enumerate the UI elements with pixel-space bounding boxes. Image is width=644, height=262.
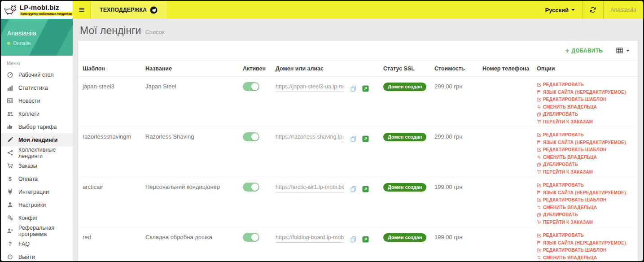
support-label: ТЕХПОДДЕРЖКА [100, 7, 147, 13]
option-link[interactable]: ДУБЛИРОВАТЬ [537, 162, 638, 167]
table-row: japan-steel3Japan SteelДомен создан299.0… [78, 77, 638, 127]
open-site-icon [362, 236, 369, 243]
hamburger-icon [78, 6, 85, 13]
user-menu-button[interactable]: Anastasiia [604, 1, 643, 19]
domain-input[interactable] [276, 83, 344, 92]
option-link[interactable]: РЕДАКТИРОВАТЬ ШАБЛОН [537, 248, 638, 253]
flag-icon [537, 140, 541, 144]
sidebar-item[interactable]: ?FAQ [1, 237, 73, 250]
exchange-icon [537, 155, 541, 159]
edit-icon [537, 198, 541, 202]
toggle-knob [251, 133, 258, 140]
option-link[interactable]: ЯЗЫК САЙТА (НЕРЕДАКТИРУЕМОЕ) [537, 240, 638, 245]
refresh-button[interactable] [583, 1, 603, 19]
logo[interactable]: LP-mobi.biz Конструктор мобильных лендин… [1, 1, 73, 19]
sidebar-item[interactable]: Конфиг [1, 211, 73, 224]
exchange-icon [537, 105, 541, 109]
support-button[interactable]: ТЕХПОДДЕРЖКА [91, 1, 166, 19]
options-list: РЕДАКТИРОВАТЬЯЗЫК САЙТА (НЕРЕДАКТИРУЕМОЕ… [532, 132, 638, 177]
option-link[interactable]: РЕДАКТИРОВАТЬ [537, 233, 638, 238]
sidebar-item[interactable]: Реферальная программа [1, 224, 73, 237]
edit-icon [537, 183, 541, 188]
sidebar-item[interactable]: Коллективные лендинги [1, 146, 73, 159]
sidebar-item[interactable]: Заказы [1, 159, 73, 172]
option-link[interactable]: РЕДАКТИРОВАТЬ ШАБЛОН [537, 147, 638, 152]
sidebar-item-label: Выйти [18, 254, 35, 260]
sidebar-item[interactable]: Интеграции [1, 185, 73, 198]
template-name: red [83, 234, 91, 240]
sidebar-item[interactable]: Выйти [1, 250, 73, 261]
price: 299.00 грн [434, 83, 463, 90]
landing-name: Japan Steel [145, 83, 176, 90]
sidebar-item[interactable]: Новости [1, 94, 73, 107]
sidebar-item[interactable]: Мои лендинги [1, 133, 73, 146]
copy-domain-icon [350, 186, 357, 192]
sidebar-item[interactable]: Коллеги [1, 107, 73, 120]
power-icon [7, 253, 13, 260]
language-selector[interactable]: Русский [538, 1, 582, 19]
option-link[interactable]: СМЕНИТЬ ВЛАДЕЛЬЦА [537, 105, 638, 109]
option-link[interactable]: ПЕРЕЙТИ К ЗАКАЗАМ [537, 220, 638, 225]
column-header-template: Шаблон [78, 66, 141, 72]
sidebar-item[interactable]: Рабочий стол [1, 68, 73, 81]
option-link[interactable]: РЕДАКТИРОВАТЬ ШАБЛОН [537, 197, 638, 202]
plug-icon [7, 188, 13, 195]
options-list: РЕДАКТИРОВАТЬЯЗЫК САЙТА (НЕРЕДАКТИРУЕМОЕ… [532, 233, 638, 262]
domain-input[interactable] [276, 184, 344, 192]
option-label: СМЕНИТЬ ВЛАДЕЛЬЦА [543, 155, 597, 160]
option-link[interactable]: РЕДАКТИРОВАТЬ [537, 82, 638, 87]
share-icon [7, 149, 13, 156]
option-link[interactable]: РЕДАКТИРОВАТЬ [537, 132, 638, 137]
users-icon [7, 110, 13, 117]
cart-icon [7, 162, 13, 169]
option-link[interactable]: ЯЗЫК САЙТА (НЕРЕДАКТИРУЕМОЕ) [537, 90, 638, 95]
options-list: РЕДАКТИРОВАТЬЯЗЫК САЙТА (НЕРЕДАКТИРУЕМОЕ… [532, 82, 638, 127]
exchange-icon [537, 255, 541, 260]
price: 199.00 грн [434, 183, 463, 190]
option-link[interactable]: РЕДАКТИРОВАТЬ [537, 183, 638, 188]
flag-icon [537, 190, 541, 195]
option-link[interactable]: ЯЗЫК САЙТА (НЕРЕДАКТИРУЕМОЕ) [537, 190, 638, 195]
option-link[interactable]: ДУБЛИРОВАТЬ [537, 112, 638, 117]
option-link[interactable]: ПЕРЕЙТИ К ЗАКАЗАМ [537, 119, 638, 124]
add-button[interactable]: + ДОБАВИТЬ [565, 47, 603, 54]
option-label: ЯЗЫК САЙТА (НЕРЕДАКТИРУЕМОЕ) [543, 240, 626, 245]
duplicate-icon [537, 162, 541, 167]
chevron-down-icon [626, 50, 630, 52]
domain-input[interactable] [276, 234, 344, 243]
logo-subtitle: Конструктор мобильных лендингов [20, 12, 73, 16]
duplicate-icon [537, 213, 541, 217]
active-toggle[interactable] [243, 82, 259, 91]
domain-input[interactable] [276, 134, 344, 142]
page-subtitle: Список [145, 29, 164, 35]
column-header-options: Опции [532, 66, 638, 72]
option-link[interactable]: СМЕНИТЬ ВЛАДЕЛЬЦА [537, 205, 638, 210]
table-row: razorlessshavingmRazorless ShavingДомен … [78, 127, 638, 177]
option-label: РЕДАКТИРОВАТЬ ШАБЛОН [543, 197, 606, 202]
sidebar-item[interactable]: Настройки [1, 198, 73, 211]
open-site-icon [362, 85, 369, 92]
topbar: LP-mobi.biz Конструктор мобильных лендин… [1, 1, 643, 19]
sidebar-item[interactable]: Статистика [1, 81, 73, 94]
active-toggle[interactable] [243, 183, 259, 192]
option-label: ПЕРЕЙТИ К ЗАКАЗАМ [543, 220, 593, 225]
column-settings-button[interactable] [616, 47, 630, 54]
option-link[interactable]: ЯЗЫК САЙТА (НЕРЕДАКТИРУЕМОЕ) [537, 140, 638, 145]
option-link[interactable]: РЕДАКТИРОВАТЬ ШАБЛОН [537, 97, 638, 102]
option-link[interactable]: СМЕНИТЬ ВЛАДЕЛЬЦА [537, 155, 638, 160]
dog-logo-icon [4, 3, 18, 17]
active-toggle[interactable] [243, 132, 259, 141]
column-header-domain: Домен или алиас [271, 66, 379, 72]
option-link[interactable]: ПЕРЕЙТИ К ЗАКАЗАМ [537, 170, 638, 175]
column-header-active: Активен [238, 66, 271, 72]
sidebar-item[interactable]: $Оплата [1, 172, 73, 185]
copy-domain-icon [350, 236, 357, 243]
hamburger-button[interactable] [73, 1, 91, 19]
active-toggle[interactable] [243, 233, 259, 242]
option-link[interactable]: ДУБЛИРОВАТЬ [537, 212, 638, 217]
sidebar-item[interactable]: Выбор тарифа [1, 120, 73, 133]
option-link[interactable]: СМЕНИТЬ ВЛАДЕЛЬЦА [537, 255, 638, 260]
option-label: РЕДАКТИРОВАТЬ [543, 233, 584, 238]
landings-card: + ДОБАВИТЬ Шаблон Название Активен Домен… [78, 41, 638, 262]
copy-domain-icon [350, 135, 357, 142]
